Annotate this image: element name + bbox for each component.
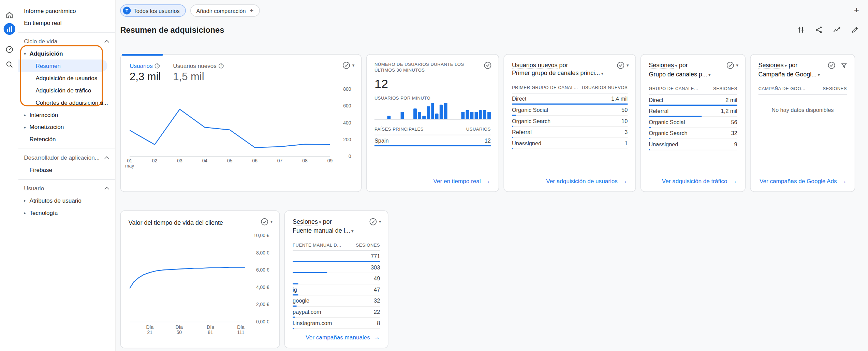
minute-bar (414, 108, 417, 119)
dimension-selector[interactable]: Campaña de Googl...▾ (759, 70, 836, 79)
check-circle-icon (342, 61, 350, 69)
dimension-selector[interactable]: Primer grupo de canales princi...▾ (512, 69, 617, 78)
view-traffic-acquisition-link[interactable]: Ver adquisición de tráfico→ (662, 177, 737, 185)
dimension-table: CAMPAÑA DE GOO... SESIONES No hay datos … (759, 84, 847, 113)
check-circle-icon (260, 218, 268, 226)
table-row: Direct1,4 mil (512, 93, 628, 105)
sidebar-section-header-desarrollador[interactable]: Desarrollador de aplicacion... (18, 151, 115, 164)
table-row: l.instagram.com8 (293, 318, 380, 329)
insights-icon[interactable] (833, 26, 841, 34)
ltv-chart: 0,00 €2,00 €4,00 €6,00 €8,00 €10,00 € Dí… (130, 235, 270, 334)
data-quality-menu[interactable]: ▾ (369, 218, 381, 226)
check-circle-icon (617, 61, 625, 69)
collapse-panel-icon[interactable]: + (854, 4, 859, 16)
data-quality-menu[interactable] (827, 61, 836, 69)
filter-icon[interactable] (840, 61, 848, 69)
users-chart-card: ▾ Usuarios? 2,3 mil Usuarios nuevos? 1,5… (120, 54, 362, 192)
y-tick-label: 0,00 € (256, 319, 269, 324)
share-icon[interactable] (814, 26, 823, 34)
sidebar-item-en-tiempo-real[interactable]: En tiempo real (18, 17, 115, 29)
data-quality-menu[interactable]: ▾ (260, 218, 273, 226)
analytics-app: Informe panorámico En tiempo real Ciclo … (0, 0, 868, 351)
check-circle-icon (369, 218, 377, 226)
help-icon[interactable]: ? (155, 63, 160, 68)
row-label: Organic Search (649, 130, 687, 136)
x-tick-label: Día 111 (237, 325, 245, 335)
data-quality-menu[interactable]: ▾ (617, 61, 629, 69)
sidebar-item-resumen[interactable]: Resumen (18, 60, 107, 72)
chevron-down-icon: ▾ (319, 220, 321, 225)
row-label: Unassigned (649, 141, 678, 147)
view-google-ads-campaigns-link[interactable]: Ver campañas de Google Ads→ (760, 177, 847, 185)
row-label: Referral (649, 108, 668, 114)
sidebar-item-interaccion[interactable]: ▸ Interacción (18, 108, 115, 121)
explore-icon[interactable] (0, 57, 18, 72)
arrow-right-icon: → (484, 177, 491, 185)
sidebar-item-informe-panoramico[interactable]: Informe panorámico (18, 4, 115, 17)
dimension-selector[interactable]: Fuente manual de l...▾ (293, 226, 369, 235)
row-value: 9 (734, 141, 737, 147)
reports-icon[interactable] (0, 22, 18, 35)
sidebar-item-atributos-de-usuario[interactable]: ▸ Atributos de usuario (18, 194, 115, 206)
help-icon[interactable]: ? (219, 63, 224, 68)
y-tick-label: 8,00 € (256, 250, 269, 255)
sidebar-item-tecnologia[interactable]: ▸ Tecnología (18, 206, 115, 219)
sidebar-item-cohortes-de-adquisicion[interactable]: Cohortes de adquisición d... (18, 96, 115, 108)
row-label: Organic Social (512, 107, 548, 113)
view-manual-campaigns-link[interactable]: Ver campañas manuales→ (306, 333, 380, 341)
sidebar-item-monetizacion[interactable]: ▸ Monetización (18, 121, 115, 133)
metric-selector[interactable]: Sesiones▾ por (293, 218, 369, 226)
view-user-acquisition-link[interactable]: Ver adquisición de usuarios→ (546, 177, 628, 185)
minute-bar (431, 103, 434, 119)
tab-usuarios[interactable]: Usuarios? 2,3 mil (130, 62, 161, 83)
table-row: Unassigned9 (649, 139, 737, 150)
row-magnitude-bar (293, 328, 294, 329)
sidebar-item-label: Resumen (35, 62, 60, 69)
row-label: Spain (374, 137, 389, 144)
table-row: 303 (293, 262, 380, 273)
cards-row-1: ▾ Usuarios? 2,3 mil Usuarios nuevos? 1,5… (120, 54, 855, 192)
sidebar-item-label: Adquisición (29, 50, 63, 57)
sidebar-item-label: Adquisición de tráfico (35, 87, 91, 93)
sidebar-section-header-usuario[interactable]: Usuario (18, 182, 115, 194)
tab-usuarios-nuevos[interactable]: Usuarios nuevos? 1,5 mil (173, 62, 224, 83)
comparisons-icon[interactable] (797, 26, 805, 34)
home-icon[interactable] (0, 8, 18, 22)
section-label: Ciclo de vida (24, 38, 57, 45)
sidebar-item-label: En tiempo real (24, 19, 61, 26)
data-quality-menu[interactable] (484, 61, 492, 69)
sidebar-item-retencion[interactable]: Retención (18, 133, 115, 145)
column-header: USUARIOS (466, 127, 491, 132)
dimension-selector[interactable]: Grupo de canales p...▾ (649, 70, 726, 79)
data-quality-menu[interactable]: ▾ (342, 61, 354, 69)
minute-bar (427, 106, 430, 119)
metric-value: 1,5 mil (173, 71, 224, 83)
metric-selector[interactable]: Usuarios nuevos por (512, 61, 617, 69)
check-circle-icon (726, 61, 734, 69)
report-main-area: T Todos los usuarios Añadir comparación … (116, 0, 868, 351)
sidebar-item-adquisicion-de-usuarios[interactable]: Adquisición de usuarios (18, 72, 115, 84)
card-title: NÚMERO DE USUARIOS DURANTE LOS ÚLTIMOS 3… (367, 55, 499, 73)
table-row: 49 (293, 273, 380, 284)
sidebar-item-adquisicion[interactable]: ▾ Adquisición (18, 47, 115, 60)
x-tick-label: Día 21 (146, 325, 154, 335)
metric-selector[interactable]: Sesiones▾ por (649, 61, 726, 70)
row-label: ig (293, 287, 297, 293)
all-users-chip[interactable]: T Todos los usuarios (120, 4, 186, 17)
sessions-by-manual-source-card: ▾ Sesiones▾ por Fuente manual de l...▾ F… (284, 210, 388, 349)
row-value: 2 mil (725, 97, 737, 103)
sidebar-section-header-ciclo-de-vida[interactable]: Ciclo de vida (18, 35, 115, 47)
edit-icon[interactable] (851, 26, 859, 34)
data-quality-menu[interactable]: ▾ (726, 61, 738, 69)
metric-selector[interactable]: Sesiones▾ por (759, 61, 836, 70)
add-comparison-chip[interactable]: Añadir comparación + (190, 4, 260, 17)
row-label: Direct (649, 97, 663, 103)
sidebar-item-firebase[interactable]: Firebase (18, 164, 115, 176)
advertising-icon[interactable] (0, 42, 18, 57)
view-realtime-link[interactable]: Ver en tiempo real→ (433, 177, 491, 185)
sidebar-item-adquisicion-de-trafico[interactable]: Adquisición de tráfico (18, 84, 115, 96)
ltv-line-chart (130, 235, 245, 322)
chevron-down-icon: ▾ (818, 72, 820, 77)
table-row: Organic Social56 (649, 117, 737, 128)
row-label: Referral (512, 129, 532, 135)
